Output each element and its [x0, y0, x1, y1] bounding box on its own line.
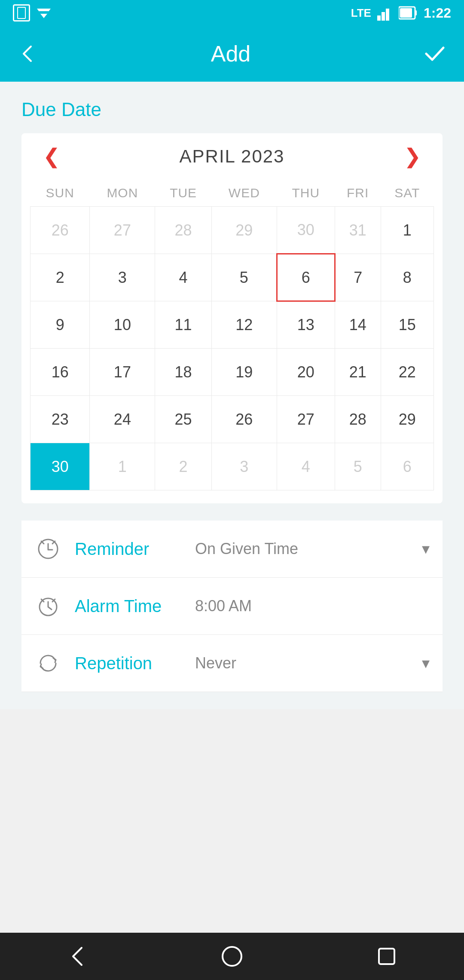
svg-rect-2	[386, 9, 389, 21]
day-header-fri: FRI	[335, 180, 381, 207]
calendar-week-5: 30123456	[31, 443, 434, 490]
network-type: LTE	[351, 6, 371, 20]
main-content: Due Date ❮ APRIL 2023 ❯ SUN MON TUE WED …	[0, 82, 464, 709]
svg-rect-0	[377, 15, 381, 21]
calendar-day[interactable]: 31	[335, 207, 381, 254]
nav-home-button[interactable]	[219, 943, 245, 969]
calendar-day[interactable]: 15	[381, 301, 433, 349]
reminder-label: Reminder	[75, 539, 195, 559]
next-month-button[interactable]: ❯	[400, 146, 425, 167]
calendar-day[interactable]: 6	[381, 443, 433, 490]
calendar-day[interactable]: 14	[335, 301, 381, 349]
battery-icon	[399, 5, 418, 21]
calendar-day[interactable]: 23	[31, 396, 90, 443]
day-header-tue: TUE	[155, 180, 211, 207]
calendar-day[interactable]: 4	[155, 254, 211, 301]
reminder-icon	[34, 535, 62, 563]
calendar-day[interactable]: 10	[90, 301, 155, 349]
reminder-value: On Given Time	[195, 540, 422, 558]
calendar-day[interactable]: 1	[90, 443, 155, 490]
calendar-day[interactable]: 6	[277, 254, 335, 301]
calendar-day[interactable]: 12	[211, 301, 277, 349]
reminder-row[interactable]: Reminder On Given Time ▾	[21, 521, 443, 578]
day-header-sun: SUN	[31, 180, 90, 207]
calendar-day[interactable]: 1	[381, 207, 433, 254]
alarm-time-label: Alarm Time	[75, 597, 195, 616]
calendar-day[interactable]: 11	[155, 301, 211, 349]
calendar-day[interactable]: 18	[155, 349, 211, 396]
calendar-day[interactable]: 29	[211, 207, 277, 254]
svg-rect-5	[400, 8, 412, 18]
calendar-week-1: 2345678	[31, 254, 434, 301]
nav-bar	[0, 933, 464, 980]
calendar-day[interactable]: 5	[211, 254, 277, 301]
nav-recents-button[interactable]	[374, 943, 400, 969]
calendar-day[interactable]: 7	[335, 254, 381, 301]
day-header-thu: THU	[277, 180, 335, 207]
due-date-label: Due Date	[21, 99, 443, 120]
calendar-day[interactable]: 3	[90, 254, 155, 301]
calendar-day[interactable]: 22	[381, 349, 433, 396]
calendar-header: ❮ APRIL 2023 ❯	[30, 146, 434, 167]
repetition-row[interactable]: Repetition Never ▾	[21, 635, 443, 692]
calendar-day[interactable]: 24	[90, 396, 155, 443]
calendar-day[interactable]: 8	[381, 254, 433, 301]
day-header-wed: WED	[211, 180, 277, 207]
day-header-mon: MON	[90, 180, 155, 207]
back-button[interactable]	[17, 43, 39, 64]
status-bar-right: LTE 1:22	[351, 5, 451, 21]
alarm-time-row[interactable]: Alarm Time 8:00 AM	[21, 578, 443, 635]
calendar-day[interactable]: 29	[381, 396, 433, 443]
calendar-day[interactable]: 19	[211, 349, 277, 396]
nav-back-button[interactable]	[64, 943, 90, 969]
calendar-day[interactable]: 27	[90, 207, 155, 254]
sim-icon	[13, 4, 30, 21]
calendar-week-2: 9101112131415	[31, 301, 434, 349]
calendar-day[interactable]: 30	[31, 443, 90, 490]
svg-rect-4	[415, 10, 417, 15]
calendar-day[interactable]: 25	[155, 396, 211, 443]
alarm-time-value: 8:00 AM	[195, 597, 430, 615]
prev-month-button[interactable]: ❮	[39, 146, 64, 167]
status-bar: LTE 1:22	[0, 0, 464, 26]
time-display: 1:22	[424, 5, 451, 21]
app-bar: Add	[0, 26, 464, 82]
calendar-grid: SUN MON TUE WED THU FRI SAT 262728293031…	[30, 180, 434, 490]
repetition-icon	[34, 649, 62, 677]
calendar-day[interactable]: 30	[277, 207, 335, 254]
calendar-day[interactable]: 17	[90, 349, 155, 396]
calendar-week-3: 16171819202122	[31, 349, 434, 396]
day-header-sat: SAT	[381, 180, 433, 207]
calendar-day[interactable]: 2	[31, 254, 90, 301]
calendar-day[interactable]: 28	[155, 207, 211, 254]
calendar-month-year: APRIL 2023	[180, 146, 285, 167]
calendar-day[interactable]: 20	[277, 349, 335, 396]
calendar: ❮ APRIL 2023 ❯ SUN MON TUE WED THU FRI S…	[21, 133, 443, 503]
calendar-day[interactable]: 28	[335, 396, 381, 443]
svg-rect-9	[379, 949, 394, 964]
page-title: Add	[211, 41, 251, 67]
calendar-day[interactable]: 5	[335, 443, 381, 490]
calendar-week-4: 23242526272829	[31, 396, 434, 443]
repetition-value: Never	[195, 654, 422, 672]
calendar-day[interactable]: 3	[211, 443, 277, 490]
calendar-week-0: 2627282930311	[31, 207, 434, 254]
reminder-dropdown-arrow: ▾	[422, 540, 430, 558]
calendar-day[interactable]: 13	[277, 301, 335, 349]
confirm-button[interactable]	[423, 42, 447, 66]
calendar-day[interactable]: 26	[31, 207, 90, 254]
calendar-day[interactable]: 9	[31, 301, 90, 349]
calendar-day[interactable]: 27	[277, 396, 335, 443]
signal-icon	[377, 5, 393, 21]
calendar-day[interactable]: 16	[31, 349, 90, 396]
svg-rect-1	[382, 12, 385, 21]
calendar-day[interactable]: 26	[211, 396, 277, 443]
repetition-label: Repetition	[75, 654, 195, 673]
day-headers-row: SUN MON TUE WED THU FRI SAT	[31, 180, 434, 207]
calendar-day[interactable]: 4	[277, 443, 335, 490]
alarm-time-icon	[34, 592, 62, 620]
calendar-day[interactable]: 2	[155, 443, 211, 490]
repetition-dropdown-arrow: ▾	[422, 654, 430, 672]
svg-point-8	[223, 947, 241, 966]
calendar-day[interactable]: 21	[335, 349, 381, 396]
